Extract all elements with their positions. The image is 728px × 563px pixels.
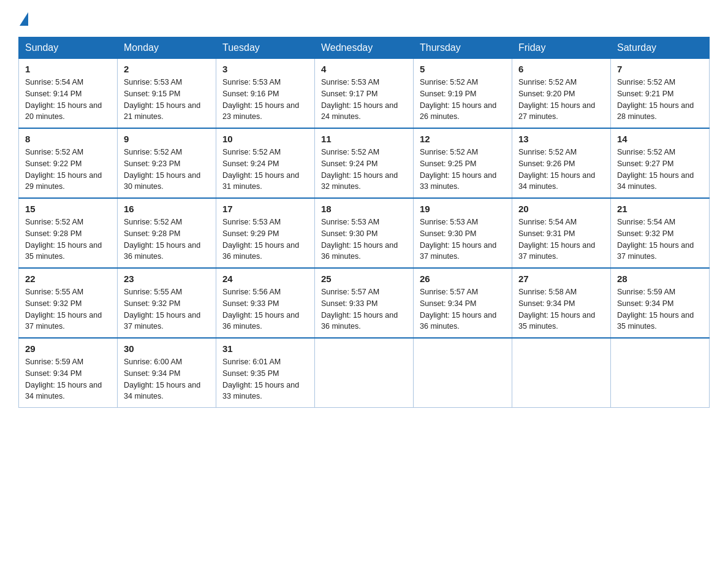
calendar-day-cell: 17Sunrise: 5:53 AMSunset: 9:29 PMDayligh… bbox=[216, 198, 315, 268]
day-info: Sunrise: 5:54 AMSunset: 9:31 PMDaylight:… bbox=[518, 216, 604, 262]
col-header-friday: Friday bbox=[512, 37, 611, 59]
day-number: 24 bbox=[222, 274, 308, 284]
day-number: 8 bbox=[25, 134, 111, 144]
day-number: 26 bbox=[420, 274, 506, 284]
calendar-header-row: SundayMondayTuesdayWednesdayThursdayFrid… bbox=[19, 37, 710, 59]
day-number: 30 bbox=[124, 343, 210, 354]
col-header-thursday: Thursday bbox=[414, 37, 512, 59]
calendar-day-cell: 1Sunrise: 5:54 AMSunset: 9:14 PMDaylight… bbox=[19, 59, 118, 129]
day-info: Sunrise: 5:53 AMSunset: 9:15 PMDaylight:… bbox=[124, 77, 210, 123]
day-number: 6 bbox=[518, 64, 604, 74]
calendar-day-cell bbox=[611, 338, 710, 408]
calendar-day-cell: 9Sunrise: 5:52 AMSunset: 9:23 PMDaylight… bbox=[118, 128, 216, 198]
day-number: 17 bbox=[222, 204, 308, 214]
calendar-day-cell: 31Sunrise: 6:01 AMSunset: 9:35 PMDayligh… bbox=[216, 338, 315, 408]
day-info: Sunrise: 5:52 AMSunset: 9:20 PMDaylight:… bbox=[518, 77, 604, 123]
calendar-day-cell: 19Sunrise: 5:53 AMSunset: 9:30 PMDayligh… bbox=[414, 198, 512, 268]
calendar-day-cell: 12Sunrise: 5:52 AMSunset: 9:25 PMDayligh… bbox=[414, 128, 512, 198]
day-info: Sunrise: 5:59 AMSunset: 9:34 PMDaylight:… bbox=[617, 286, 703, 332]
logo bbox=[18, 12, 29, 26]
calendar-day-cell: 13Sunrise: 5:52 AMSunset: 9:26 PMDayligh… bbox=[512, 128, 611, 198]
day-number: 22 bbox=[25, 274, 111, 284]
day-number: 10 bbox=[222, 134, 308, 144]
day-info: Sunrise: 5:52 AMSunset: 9:24 PMDaylight:… bbox=[222, 147, 308, 193]
day-info: Sunrise: 5:52 AMSunset: 9:22 PMDaylight:… bbox=[25, 147, 111, 193]
day-info: Sunrise: 5:52 AMSunset: 9:19 PMDaylight:… bbox=[420, 77, 506, 123]
calendar-day-cell bbox=[315, 338, 414, 408]
calendar-day-cell: 20Sunrise: 5:54 AMSunset: 9:31 PMDayligh… bbox=[512, 198, 611, 268]
day-number: 3 bbox=[222, 64, 308, 74]
day-info: Sunrise: 5:57 AMSunset: 9:34 PMDaylight:… bbox=[420, 286, 506, 332]
calendar-day-cell: 26Sunrise: 5:57 AMSunset: 9:34 PMDayligh… bbox=[414, 268, 512, 338]
day-number: 13 bbox=[518, 134, 604, 144]
day-number: 11 bbox=[321, 134, 407, 144]
day-info: Sunrise: 5:52 AMSunset: 9:28 PMDaylight:… bbox=[25, 216, 111, 262]
calendar-day-cell: 29Sunrise: 5:59 AMSunset: 9:34 PMDayligh… bbox=[19, 338, 118, 408]
calendar-day-cell bbox=[512, 338, 611, 408]
day-number: 21 bbox=[617, 204, 703, 214]
day-number: 23 bbox=[124, 274, 210, 284]
col-header-sunday: Sunday bbox=[19, 37, 118, 59]
calendar-day-cell: 7Sunrise: 5:52 AMSunset: 9:21 PMDaylight… bbox=[611, 59, 710, 129]
day-info: Sunrise: 5:53 AMSunset: 9:16 PMDaylight:… bbox=[222, 77, 308, 123]
day-number: 29 bbox=[25, 343, 111, 354]
col-header-saturday: Saturday bbox=[611, 37, 710, 59]
calendar-table: SundayMondayTuesdayWednesdayThursdayFrid… bbox=[18, 37, 710, 408]
day-info: Sunrise: 5:55 AMSunset: 9:32 PMDaylight:… bbox=[124, 286, 210, 332]
calendar-day-cell: 28Sunrise: 5:59 AMSunset: 9:34 PMDayligh… bbox=[611, 268, 710, 338]
day-number: 15 bbox=[25, 204, 111, 214]
calendar-day-cell: 4Sunrise: 5:53 AMSunset: 9:17 PMDaylight… bbox=[315, 59, 414, 129]
day-number: 16 bbox=[124, 204, 210, 214]
calendar-day-cell: 3Sunrise: 5:53 AMSunset: 9:16 PMDaylight… bbox=[216, 59, 315, 129]
calendar-day-cell: 22Sunrise: 5:55 AMSunset: 9:32 PMDayligh… bbox=[19, 268, 118, 338]
day-info: Sunrise: 5:52 AMSunset: 9:25 PMDaylight:… bbox=[420, 147, 506, 193]
day-number: 25 bbox=[321, 274, 407, 284]
day-number: 9 bbox=[124, 134, 210, 144]
day-info: Sunrise: 5:52 AMSunset: 9:23 PMDaylight:… bbox=[124, 147, 210, 193]
calendar-day-cell: 6Sunrise: 5:52 AMSunset: 9:20 PMDaylight… bbox=[512, 59, 611, 129]
day-info: Sunrise: 5:54 AMSunset: 9:32 PMDaylight:… bbox=[617, 216, 703, 262]
day-number: 19 bbox=[420, 204, 506, 214]
day-info: Sunrise: 5:54 AMSunset: 9:14 PMDaylight:… bbox=[25, 77, 111, 123]
day-info: Sunrise: 5:59 AMSunset: 9:34 PMDaylight:… bbox=[25, 356, 111, 402]
day-number: 7 bbox=[617, 64, 703, 74]
calendar-day-cell: 24Sunrise: 5:56 AMSunset: 9:33 PMDayligh… bbox=[216, 268, 315, 338]
logo-triangle-icon bbox=[20, 12, 28, 26]
col-header-wednesday: Wednesday bbox=[315, 37, 414, 59]
calendar-day-cell: 30Sunrise: 6:00 AMSunset: 9:34 PMDayligh… bbox=[118, 338, 216, 408]
day-info: Sunrise: 5:52 AMSunset: 9:28 PMDaylight:… bbox=[124, 216, 210, 262]
calendar-day-cell: 18Sunrise: 5:53 AMSunset: 9:30 PMDayligh… bbox=[315, 198, 414, 268]
day-number: 28 bbox=[617, 274, 703, 284]
calendar-week-row: 1Sunrise: 5:54 AMSunset: 9:14 PMDaylight… bbox=[19, 59, 710, 129]
calendar-week-row: 8Sunrise: 5:52 AMSunset: 9:22 PMDaylight… bbox=[19, 128, 710, 198]
calendar-day-cell: 15Sunrise: 5:52 AMSunset: 9:28 PMDayligh… bbox=[19, 198, 118, 268]
day-info: Sunrise: 6:00 AMSunset: 9:34 PMDaylight:… bbox=[124, 356, 210, 402]
day-number: 4 bbox=[321, 64, 407, 74]
day-number: 5 bbox=[420, 64, 506, 74]
day-number: 1 bbox=[25, 64, 111, 74]
day-info: Sunrise: 5:52 AMSunset: 9:24 PMDaylight:… bbox=[321, 147, 407, 193]
day-info: Sunrise: 5:53 AMSunset: 9:30 PMDaylight:… bbox=[321, 216, 407, 262]
day-number: 31 bbox=[222, 343, 308, 354]
calendar-day-cell: 5Sunrise: 5:52 AMSunset: 9:19 PMDaylight… bbox=[414, 59, 512, 129]
calendar-day-cell: 16Sunrise: 5:52 AMSunset: 9:28 PMDayligh… bbox=[118, 198, 216, 268]
calendar-day-cell: 2Sunrise: 5:53 AMSunset: 9:15 PMDaylight… bbox=[118, 59, 216, 129]
day-number: 2 bbox=[124, 64, 210, 74]
calendar-day-cell: 8Sunrise: 5:52 AMSunset: 9:22 PMDaylight… bbox=[19, 128, 118, 198]
calendar-day-cell: 27Sunrise: 5:58 AMSunset: 9:34 PMDayligh… bbox=[512, 268, 611, 338]
calendar-day-cell: 11Sunrise: 5:52 AMSunset: 9:24 PMDayligh… bbox=[315, 128, 414, 198]
col-header-monday: Monday bbox=[118, 37, 216, 59]
calendar-week-row: 22Sunrise: 5:55 AMSunset: 9:32 PMDayligh… bbox=[19, 268, 710, 338]
day-info: Sunrise: 5:56 AMSunset: 9:33 PMDaylight:… bbox=[222, 286, 308, 332]
day-number: 14 bbox=[617, 134, 703, 144]
day-info: Sunrise: 5:53 AMSunset: 9:17 PMDaylight:… bbox=[321, 77, 407, 123]
page-header bbox=[18, 12, 710, 26]
day-info: Sunrise: 5:55 AMSunset: 9:32 PMDaylight:… bbox=[25, 286, 111, 332]
day-info: Sunrise: 5:53 AMSunset: 9:29 PMDaylight:… bbox=[222, 216, 308, 262]
day-number: 12 bbox=[420, 134, 506, 144]
calendar-day-cell: 23Sunrise: 5:55 AMSunset: 9:32 PMDayligh… bbox=[118, 268, 216, 338]
calendar-week-row: 29Sunrise: 5:59 AMSunset: 9:34 PMDayligh… bbox=[19, 338, 710, 408]
calendar-day-cell: 10Sunrise: 5:52 AMSunset: 9:24 PMDayligh… bbox=[216, 128, 315, 198]
day-number: 20 bbox=[518, 204, 604, 214]
calendar-week-row: 15Sunrise: 5:52 AMSunset: 9:28 PMDayligh… bbox=[19, 198, 710, 268]
